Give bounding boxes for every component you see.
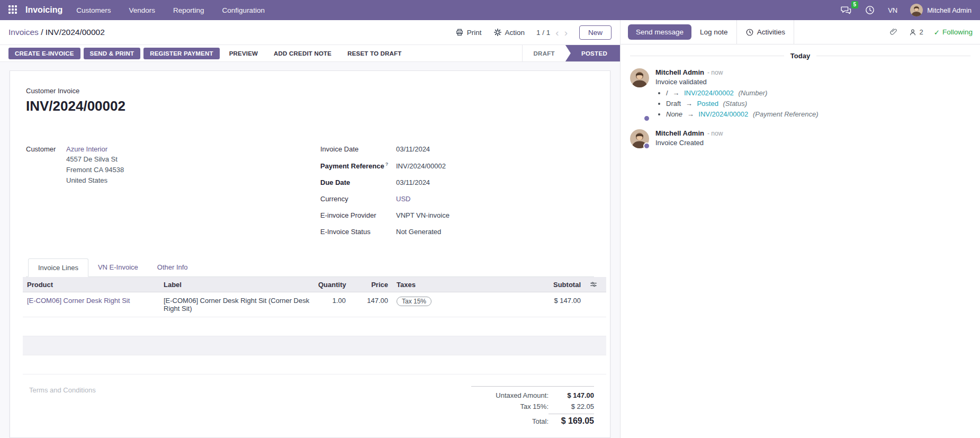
customer-link[interactable]: Azure Interior (66, 145, 124, 153)
field-currency: Currency USD (320, 195, 594, 203)
terms-placeholder[interactable]: Terms and Conditions (26, 386, 96, 427)
form-background: Customer Invoice INV/2024/00002 Customer… (0, 62, 620, 438)
tracking-new-value-link[interactable]: INV/2024/00002 (698, 110, 748, 118)
due-date-value[interactable]: 03/11/2024 (396, 178, 430, 186)
tab-invoice-lines[interactable]: Invoice Lines (28, 258, 88, 277)
field-einvoice-status: E-Invoice Status Not Generated (320, 228, 594, 236)
gear-icon (493, 28, 502, 37)
totals-block: Untaxed Amount: $ 147.00 Tax 15%: $ 22.0… (471, 386, 594, 427)
total-value: $ 169.05 (549, 414, 594, 426)
breadcrumb-current: INV/2024/00002 (46, 28, 105, 37)
activities-button[interactable]: Activities (745, 28, 785, 37)
print-button[interactable]: Print (455, 28, 482, 37)
einvoice-provider-value[interactable]: VNPT VN-invoice (396, 211, 449, 219)
clock-icon (745, 28, 754, 37)
stage-posted[interactable]: POSTED (565, 45, 620, 61)
payment-reference-value[interactable]: INV/2024/00002 (396, 162, 446, 170)
tab-other-info[interactable]: Other Info (148, 258, 197, 277)
language-switch[interactable]: VN (888, 6, 897, 14)
create-einvoice-button[interactable]: CREATE E-INVOICE (8, 48, 80, 59)
menu-vendors[interactable]: Vendors (129, 6, 156, 14)
menu-reporting[interactable]: Reporting (173, 6, 204, 14)
register-payment-button[interactable]: REGISTER PAYMENT (143, 48, 220, 59)
main-menu: Customers Vendors Reporting Configuratio… (76, 6, 265, 14)
preview-button[interactable]: PREVIEW (223, 48, 264, 59)
field-payment-reference: Payment Reference? INV/2024/00002 (320, 162, 594, 170)
col-header-label: Label (159, 277, 314, 292)
pager-next-icon[interactable]: › (564, 28, 568, 38)
col-header-quantity: Quantity (314, 277, 350, 292)
message-author[interactable]: Mitchell Admin (655, 68, 704, 76)
top-navbar: Invoicing Customers Vendors Reporting Co… (0, 0, 980, 20)
app-name[interactable]: Invoicing (25, 5, 62, 15)
message-time: - now (707, 69, 723, 76)
arrow-right-icon: → (687, 110, 694, 118)
product-link[interactable]: [E-COM06] Corner Desk Right Sit (27, 297, 130, 305)
control-panel: Invoices / INV/2024/00002 Print (0, 20, 620, 44)
tracking-change-status: Draft → Posted (Status) (666, 100, 818, 108)
apps-grid-icon[interactable] (8, 5, 18, 15)
menu-configuration[interactable]: Configuration (222, 6, 265, 14)
pager[interactable]: 1 / 1 ‹ › (536, 28, 568, 38)
tracking-new-value-link[interactable]: INV/2024/00002 (684, 89, 734, 97)
currency-link[interactable]: USD (396, 195, 410, 203)
tracking-new-value-link[interactable]: Posted (697, 100, 718, 108)
breadcrumb-invoices[interactable]: Invoices (8, 28, 39, 37)
document-type-label: Customer Invoice (26, 87, 594, 95)
line-price: 147.00 (350, 292, 392, 317)
tab-vn-einvoice[interactable]: VN E-Invoice (88, 258, 148, 277)
invoice-lines-table: Product Label Quantity Price Taxes Subto… (23, 277, 606, 374)
tracking-change-payment-reference: None → INV/2024/00002 (Payment Reference… (666, 110, 818, 118)
add-credit-note-button[interactable]: ADD CREDIT NOTE (267, 48, 338, 59)
message-avatar[interactable] (630, 68, 649, 87)
action-button-row: CREATE E-INVOICE SEND & PRINT REGISTER P… (0, 44, 620, 62)
user-menu[interactable]: Mitchell Admin (910, 4, 972, 16)
activity-clock-icon[interactable] (865, 5, 875, 15)
message-author[interactable]: Mitchell Admin (655, 129, 704, 137)
log-note-button[interactable]: Log note (700, 28, 728, 36)
untaxed-amount-row: Untaxed Amount: $ 147.00 (471, 390, 594, 401)
field-invoice-date: Invoice Date 03/11/2024 (320, 145, 594, 153)
messages-badge: 5 (851, 1, 859, 8)
notebook-tabs: Invoice Lines VN E-Invoice Other Info (26, 258, 594, 277)
presence-dot (643, 142, 650, 149)
attachment-paperclip-icon[interactable] (889, 28, 898, 37)
followers-button[interactable]: 2 (909, 28, 923, 37)
field-einvoice-provider: E-invoice Provider VNPT VN-invoice (320, 211, 594, 219)
invoice-line-row[interactable]: [E-COM06] Corner Desk Right Sit [E-COM06… (23, 292, 606, 317)
field-due-date: Due Date 03/11/2024 (320, 178, 594, 186)
total-row: Total: $ 169.05 (471, 412, 594, 427)
action-button[interactable]: Action (493, 28, 525, 37)
chatter-message: Mitchell Admin - now Invoice Created (630, 129, 970, 148)
print-icon (455, 28, 464, 37)
presence-dot (643, 115, 650, 122)
pager-previous-icon[interactable]: ‹ (555, 28, 559, 38)
reset-to-draft-button[interactable]: RESET TO DRAFT (341, 48, 408, 59)
customer-address: 4557 De Silva St Fremont CA 94538 United… (66, 154, 124, 186)
user-avatar (910, 4, 923, 16)
menu-customers[interactable]: Customers (76, 6, 111, 14)
line-subtotal: $ 147.00 (527, 292, 585, 317)
tracking-changes: / → INV/2024/00002 (Number) Draft → Post… (666, 89, 818, 118)
followers-count: 2 (919, 28, 923, 36)
col-header-product: Product (23, 277, 159, 292)
breadcrumb: Invoices / INV/2024/00002 (8, 28, 105, 37)
help-icon: ? (385, 162, 389, 167)
send-message-button[interactable]: Send message (628, 24, 691, 40)
message-body: Invoice Created (655, 139, 723, 147)
breadcrumb-separator: / (39, 28, 46, 37)
invoice-date-value[interactable]: 03/11/2024 (396, 145, 430, 153)
send-print-button[interactable]: SEND & PRINT (84, 48, 141, 59)
einvoice-status-value: Not Generated (396, 228, 441, 236)
tax-value: $ 22.05 (549, 403, 594, 410)
messages-icon[interactable]: 5 (840, 5, 852, 15)
col-header-taxes: Taxes (392, 277, 527, 292)
optional-columns-icon[interactable] (585, 277, 606, 292)
message-time: - now (707, 130, 723, 137)
customer-label: Customer (26, 145, 66, 244)
new-button[interactable]: New (579, 25, 612, 40)
message-body: Invoice validated (655, 78, 818, 86)
stage-draft[interactable]: DRAFT (523, 45, 565, 61)
empty-line-row (23, 317, 606, 336)
following-button[interactable]: ✓ Following (934, 28, 973, 37)
